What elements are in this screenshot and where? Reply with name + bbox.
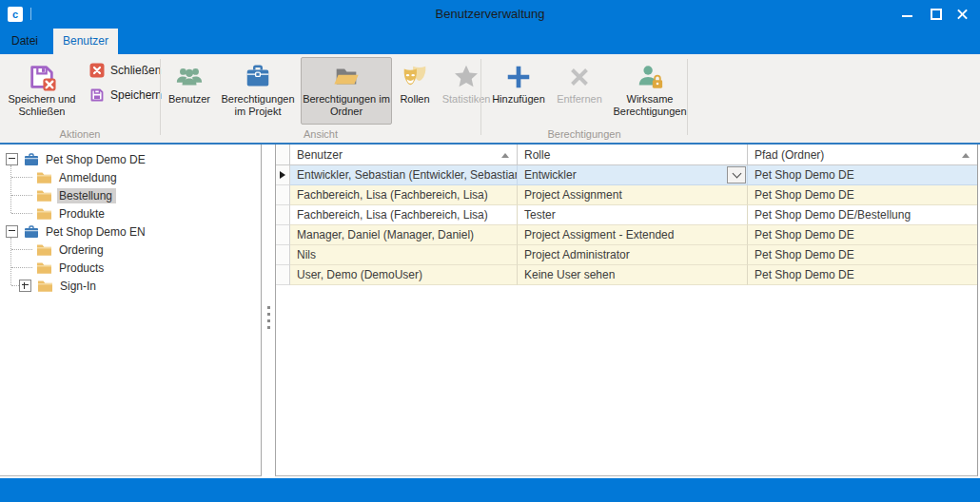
permissions-project-button[interactable]: Berechtigungen im Projekt (216, 57, 300, 125)
tree-item-anmeldung[interactable]: Anmeldung (0, 168, 261, 186)
folder-icon (36, 243, 52, 257)
minimize-button[interactable] (893, 0, 921, 29)
masks-icon (401, 61, 429, 92)
hinzufuegen-label: Hinzufügen (492, 93, 545, 106)
cell-benutzer[interactable]: User, Demo (DemoUser) (290, 265, 518, 285)
table-row[interactable]: User, Demo (DemoUser) Keine User sehen P… (276, 265, 977, 285)
folder-icon (36, 189, 52, 203)
plus-icon (504, 61, 533, 92)
save-icon (89, 87, 105, 103)
column-header-pfad[interactable]: Pfad (Ordner) (748, 145, 977, 165)
status-bar (0, 478, 980, 502)
cell-benutzer[interactable]: Manager, Daniel (Manager, Daniel) (290, 225, 518, 245)
cell-pfad[interactable]: Pet Shop Demo DE (748, 225, 977, 245)
benutzer-view-button[interactable]: Benutzer (164, 57, 215, 125)
table-row[interactable]: Fachbereich, Lisa (Fachbereich, Lisa) Pr… (276, 185, 977, 205)
wirksame-berechtigungen-button[interactable]: Wirksame Berechtigungen (609, 57, 691, 125)
close-button[interactable] (949, 0, 976, 29)
cell-pfad[interactable]: Pet Shop Demo DE (748, 245, 977, 265)
splitter-grip-icon (262, 302, 275, 333)
ribbon-tab-bar: Datei Benutzer (0, 29, 980, 54)
cell-rolle[interactable]: Entwickler (518, 165, 748, 185)
collapse-icon[interactable] (6, 225, 18, 238)
cell-rolle[interactable]: Project Assigment - Extended (518, 225, 748, 245)
maximize-button[interactable] (921, 0, 949, 29)
tab-datei[interactable]: Datei (0, 29, 49, 54)
cell-pfad[interactable]: Pet Shop Demo DE (748, 165, 977, 185)
close-record-button[interactable]: Schließen (86, 61, 166, 80)
panel-splitter[interactable] (262, 145, 275, 476)
hinzufuegen-button[interactable]: Hinzufügen (487, 57, 550, 125)
maximize-icon (931, 9, 942, 20)
tree-item-pet-shop-demo-en[interactable]: Pet Shop Demo EN (0, 222, 261, 241)
tree-item-sign-in[interactable]: Sign-In (0, 277, 261, 295)
ribbon: Speichern und Schließen Schließen Speich… (0, 54, 980, 143)
rollen-button[interactable]: Rollen (393, 57, 437, 125)
window-controls (893, 0, 976, 29)
folder-open-icon (332, 61, 361, 92)
cell-pfad[interactable]: Pet Shop Demo DE (748, 265, 977, 285)
entfernen-button: Entfernen (551, 57, 608, 125)
tree-item-ordering[interactable]: Ordering (0, 241, 261, 259)
cell-rolle[interactable]: Project Assignment (518, 185, 748, 205)
column-header-benutzer[interactable]: Benutzer (290, 145, 518, 165)
folder-icon (36, 261, 52, 275)
save-and-close-button[interactable]: Speichern und Schließen (3, 57, 81, 125)
star-icon (452, 61, 480, 92)
table-row[interactable]: Nils Project Administrator Pet Shop Demo… (276, 245, 977, 265)
wirksame-berechtigungen-label: Wirksame Berechtigungen (610, 93, 690, 118)
cell-rolle[interactable]: Project Administrator (518, 245, 748, 265)
role-dropdown-button[interactable] (727, 166, 746, 183)
ribbon-group-aktionen: Speichern und Schließen Schließen Speich… (0, 54, 160, 143)
benutzer-view-label: Benutzer (168, 93, 210, 106)
rollen-label: Rollen (400, 93, 429, 106)
save-label: Speichern (110, 88, 162, 102)
cell-rolle[interactable]: Tester (518, 205, 748, 225)
cell-pfad[interactable]: Pet Shop Demo DE (748, 185, 977, 205)
current-row-arrow-icon (280, 171, 285, 179)
cell-benutzer[interactable]: Fachbereich, Lisa (Fachbereich, Lisa) (290, 205, 518, 225)
row-indicator (276, 205, 290, 225)
x-icon (565, 61, 594, 92)
briefcase-icon (244, 61, 272, 92)
row-indicator (276, 245, 290, 265)
ribbon-group-separator (687, 59, 688, 135)
cell-benutzer[interactable]: Entwickler, Sebastian (Entwickler, Sebas… (290, 165, 518, 185)
window-title: Benutzerverwaltung (0, 0, 980, 29)
row-indicator (276, 265, 290, 285)
permissions-folder-label: Berechtigungen im Ordner (302, 93, 391, 118)
cell-benutzer[interactable]: Fachbereich, Lisa (Fachbereich, Lisa) (290, 185, 518, 205)
permissions-folder-button[interactable]: Berechtigungen im Ordner (301, 57, 392, 125)
close-red-icon (89, 63, 105, 78)
title-bar: c Benutzerverwaltung (0, 0, 980, 29)
group-label-berechtigungen: Berechtigungen (481, 128, 687, 140)
table-row[interactable]: Fachbereich, Lisa (Fachbereich, Lisa) Te… (276, 205, 977, 225)
close-record-label: Schließen (110, 64, 161, 77)
row-indicator (276, 165, 290, 185)
cell-benutzer[interactable]: Nils (290, 245, 518, 265)
tree-item-pet-shop-demo-de[interactable]: Pet Shop Demo DE (0, 150, 261, 168)
grid-header-row: Benutzer Rolle Pfad (Ordner) (276, 145, 977, 165)
save-button[interactable]: Speichern (86, 86, 166, 105)
expand-icon[interactable] (19, 280, 31, 292)
folder-icon (36, 207, 52, 221)
cell-rolle[interactable]: Keine User sehen (518, 265, 748, 285)
folder-tree-panel: Pet Shop Demo DE Anmeldung Bestellung Pr… (0, 145, 262, 476)
save-close-icon (28, 61, 56, 92)
tree-item-bestellung[interactable]: Bestellung (0, 186, 261, 204)
collapse-icon[interactable] (6, 153, 18, 165)
cell-pfad[interactable]: Pet Shop Demo DE/Bestellung (748, 205, 977, 225)
entfernen-label: Entfernen (557, 93, 602, 106)
tab-benutzer[interactable]: Benutzer (53, 29, 118, 54)
group-label-ansicht: Ansicht (161, 128, 480, 140)
group-label-aktionen: Aktionen (0, 128, 160, 140)
table-row[interactable]: Manager, Daniel (Manager, Daniel) Projec… (276, 225, 977, 245)
chevron-down-icon (732, 169, 741, 179)
tree-item-products[interactable]: Products (0, 259, 261, 277)
table-row[interactable]: Entwickler, Sebastian (Entwickler, Sebas… (276, 165, 977, 185)
project-icon (24, 225, 39, 239)
sort-asc-icon (501, 153, 509, 158)
column-header-rolle[interactable]: Rolle (518, 145, 748, 165)
row-indicator-header (276, 145, 290, 165)
tree-item-produkte[interactable]: Produkte (0, 204, 261, 222)
